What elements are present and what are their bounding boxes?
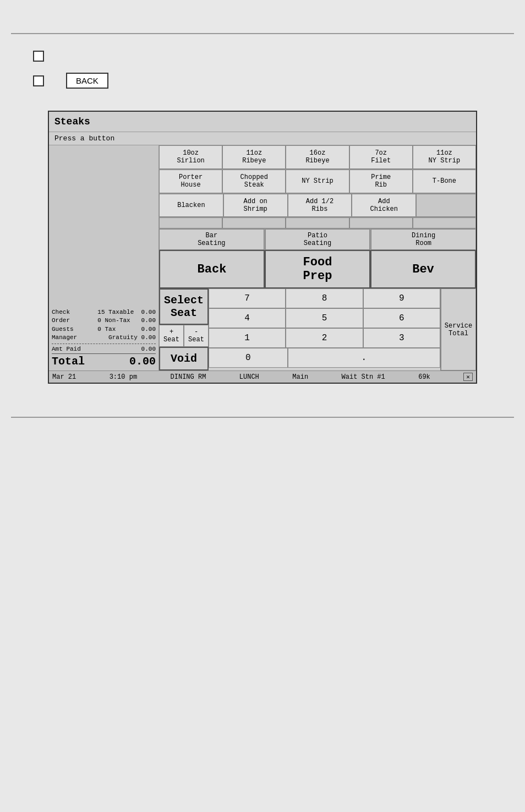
status-location: DINING RM — [171, 373, 206, 381]
patio-seating-label[interactable]: PatioSeating — [265, 229, 370, 250]
btn-add-chicken[interactable]: AddChicken — [352, 194, 416, 217]
status-memory: 69k — [418, 373, 430, 381]
close-icon[interactable]: ✕ — [463, 373, 473, 381]
check-label: Check — [52, 309, 70, 315]
numpad-7[interactable]: 7 — [209, 288, 286, 308]
btn-ny-strip[interactable]: NY Strip — [286, 170, 349, 193]
minus-seat-button[interactable]: - Seat — [184, 325, 209, 347]
btn-chopped-steak[interactable]: ChoppedSteak — [222, 170, 286, 193]
numpad-row-123: 1 2 3 — [209, 328, 440, 348]
nontax-label: Non-Tax — [105, 317, 130, 324]
pos-left-panel: Check Order Guests Manager 15 Taxable 0 … — [49, 145, 159, 370]
checkbox-1[interactable] — [33, 51, 44, 62]
service-total-col: ServiceTotal — [440, 288, 476, 370]
order-row-check: Check Order Guests Manager 15 Taxable 0 … — [52, 308, 156, 342]
back-foodprep-bev-row: Back FoodPrep Bev — [159, 250, 476, 288]
btn-add-half-ribs[interactable]: Add 1/2Ribs — [288, 194, 352, 217]
status-date: Mar 21 — [52, 373, 76, 381]
btn-t-bone[interactable]: T-Bone — [413, 170, 476, 193]
numpad-center: 7 8 9 4 5 6 1 2 3 — [209, 288, 440, 370]
numpad-row-0dot: 0 . — [209, 348, 440, 368]
order-info: Check Order Guests Manager 15 Taxable 0 … — [52, 308, 156, 368]
select-seat-button[interactable]: SelectSeat — [159, 288, 209, 325]
numpad-1[interactable]: 1 — [209, 328, 286, 348]
guests-label: Guests — [52, 326, 74, 333]
dining-room-label[interactable]: DiningRoom — [371, 229, 476, 250]
tax-value: 0.00 — [141, 326, 156, 333]
numpad-section: SelectSeat + Seat - Seat Void 7 8 9 — [159, 288, 476, 370]
numpad-3[interactable]: 3 — [363, 328, 440, 348]
pos-prompt: Press a button — [49, 132, 476, 145]
numpad-8[interactable]: 8 — [286, 288, 363, 308]
total-label: Total — [52, 355, 85, 368]
pos-title: Steaks — [49, 112, 476, 132]
numpad-dot[interactable]: . — [288, 348, 440, 368]
gratuity-label: Gratuity — [108, 334, 138, 341]
back-button[interactable]: BACK — [66, 73, 108, 89]
btn-prime-rib[interactable]: PrimeRib — [349, 170, 413, 193]
btn-blacken[interactable]: Blacken — [159, 194, 223, 217]
guests-value: 0 — [97, 326, 101, 333]
tax-label: Tax — [105, 326, 116, 333]
pos-body: Check Order Guests Manager 15 Taxable 0 … — [49, 145, 476, 370]
numpad-6[interactable]: 6 — [363, 308, 440, 328]
seat-adjust-row: + Seat - Seat — [159, 325, 209, 347]
btn-11oz-ny-strip[interactable]: 11ozNY Strip — [413, 145, 476, 169]
taxable-value: 0.00 — [141, 309, 156, 315]
checkbox-row-2: BACK — [33, 73, 514, 89]
numpad-0[interactable]: 0 — [209, 348, 288, 368]
bar-seating-label[interactable]: BarSeating — [159, 229, 264, 250]
menu-row-1: 10ozSirlion 11ozRibeye 16ozRibeye 7ozFil… — [159, 145, 476, 170]
section-labels-row: BarSeating PatioSeating DiningRoom — [159, 229, 476, 250]
gratuity-value: 0.00 — [141, 334, 156, 341]
service-total-button[interactable]: ServiceTotal — [441, 288, 476, 370]
status-meal: LUNCH — [239, 373, 259, 381]
numpad-2[interactable]: 2 — [286, 328, 363, 348]
taxable-label: Taxable — [108, 309, 134, 315]
numpad-9[interactable]: 9 — [363, 288, 440, 308]
pos-screen: Steaks Press a button Check Order Guests… — [48, 111, 477, 384]
btn-porter-house[interactable]: PorterHouse — [159, 170, 222, 193]
check-value: 15 — [97, 309, 105, 315]
top-divider — [11, 33, 514, 34]
back-big-button[interactable]: Back — [159, 250, 265, 288]
bottom-divider — [11, 417, 514, 418]
checkbox-row-1 — [33, 51, 514, 62]
empty-row — [159, 217, 476, 229]
btn-11oz-ribeye[interactable]: 11ozRibeye — [222, 145, 286, 169]
btn-7oz-filet[interactable]: 7ozFilet — [349, 145, 413, 169]
order-value: 0 — [97, 317, 101, 324]
void-button[interactable]: Void — [159, 347, 209, 370]
btn-10oz-sirlion[interactable]: 10ozSirlion — [159, 145, 222, 169]
total-divider: Amt Paid 0.00 Total 0.00 — [52, 344, 156, 368]
checkbox-2[interactable] — [33, 75, 44, 86]
plus-seat-button[interactable]: + Seat — [159, 325, 184, 347]
manager-label: Manager — [52, 334, 77, 341]
pos-right-panel: 10ozSirlion 11ozRibeye 16ozRibeye 7ozFil… — [159, 145, 476, 370]
numpad-5[interactable]: 5 — [286, 308, 363, 328]
food-prep-button[interactable]: FoodPrep — [265, 250, 370, 288]
status-time: 3:10 pm — [110, 373, 137, 381]
page-wrapper: BACK Steaks Press a button Check Order G… — [0, 0, 525, 812]
status-screen: Main — [292, 373, 308, 381]
menu-row-3: Blacken Add onShrimp Add 1/2Ribs AddChic… — [159, 194, 476, 218]
btn-16oz-ribeye[interactable]: 16ozRibeye — [286, 145, 349, 169]
total-value: 0.00 — [129, 355, 156, 368]
amt-paid-value: 0.00 — [141, 346, 156, 352]
numpad-row-789: 7 8 9 — [209, 288, 440, 308]
order-label: Order — [52, 317, 70, 324]
numpad-row-456: 4 5 6 — [209, 308, 440, 328]
numpad-4[interactable]: 4 — [209, 308, 286, 328]
status-wait: Wait Stn #1 — [342, 373, 385, 381]
amt-paid-label: Amt Paid — [52, 346, 81, 352]
nontax-value: 0.00 — [141, 317, 156, 324]
menu-row-2: PorterHouse ChoppedSteak NY Strip PrimeR… — [159, 170, 476, 194]
select-void-col: SelectSeat + Seat - Seat Void — [159, 288, 209, 370]
status-bar: Mar 21 3:10 pm DINING RM LUNCH Main Wait… — [49, 370, 476, 383]
btn-empty-r3 — [416, 194, 476, 217]
btn-add-on-shrimp[interactable]: Add onShrimp — [223, 194, 288, 217]
bev-button[interactable]: Bev — [370, 250, 476, 288]
